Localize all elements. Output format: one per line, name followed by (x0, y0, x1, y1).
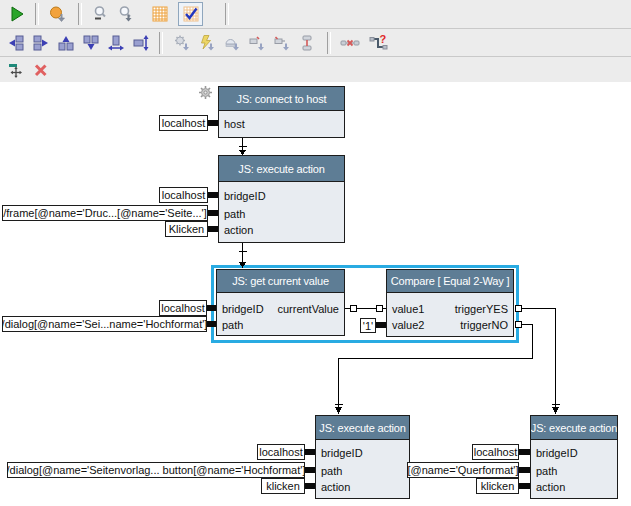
move-crosshair-icon (8, 61, 26, 79)
zoom-out-icon (92, 5, 110, 23)
step-title: Compare [ Equal 2-Way ] (387, 270, 513, 293)
output-pin-label[interactable]: triggerYES (455, 303, 508, 315)
separator (78, 3, 82, 25)
input-pin-label[interactable]: bridgeID (222, 303, 264, 315)
step-title: JS: get current value (217, 270, 344, 293)
delete-button[interactable] (31, 58, 51, 82)
highlight-lamp-button (219, 31, 244, 55)
output-pin-label[interactable]: triggerNO (460, 319, 508, 331)
connect-input-button (244, 31, 269, 55)
vertical-link-icon (298, 34, 316, 52)
remove-connections-button (337, 31, 362, 55)
application-window: { "colors": { "node_header": "#5e7d95", … (0, 0, 631, 506)
lamp-arrow-icon (223, 34, 241, 52)
input-pin-label[interactable]: path (536, 465, 557, 477)
value-box[interactable]: localhost (159, 187, 208, 203)
separator (327, 32, 331, 54)
step-title: JS: execute action (531, 416, 617, 440)
step-connect-to-host[interactable]: JS: connect to host host (218, 86, 345, 138)
align-left-icon (7, 34, 25, 52)
input-pin-label[interactable]: path (321, 465, 342, 477)
grid-toggle-button[interactable] (147, 2, 172, 26)
value-box[interactable]: localhost (472, 444, 519, 460)
value-box[interactable]: klicken (261, 478, 305, 494)
grid-icon (151, 5, 169, 23)
value-box[interactable]: /dialog[@name='Sei...name='Hochformat'] (2, 316, 207, 332)
delete-x-icon (32, 61, 50, 79)
pin-in-arrow-icon (248, 34, 266, 52)
input-pin-label[interactable]: action (224, 224, 253, 236)
input-pin-label[interactable]: bridgeID (224, 190, 266, 202)
vertical-connect-button (294, 31, 319, 55)
step-execute-action-top[interactable]: JS: execute action bridgeID path action (218, 155, 345, 243)
output-pin-label[interactable]: currentValue (277, 303, 339, 315)
remove-breakpoints-button[interactable] (45, 2, 70, 26)
value-box[interactable]: /dialog[@name='Seitenvorlag... button[@n… (7, 462, 305, 478)
input-pin-label[interactable]: host (224, 118, 245, 130)
center-vertical-button[interactable] (128, 31, 153, 55)
input-pin-label[interactable]: value2 (392, 319, 424, 331)
step-get-current-value[interactable]: JS: get current value bridgeID currentVa… (216, 269, 345, 336)
auto-connect-gear-button (169, 31, 194, 55)
align-right-icon (32, 34, 50, 52)
value-box[interactable]: Klicken (165, 221, 208, 237)
step-title: JS: connect to host (219, 87, 344, 111)
lightning-arrow-icon (198, 34, 216, 52)
orange-ball-icon (49, 5, 67, 23)
value-box[interactable]: [@name='Querformat'] (407, 462, 519, 478)
align-bottom-icon (82, 34, 100, 52)
step-compare-equal[interactable]: Compare [ Equal 2-Way ] value1 triggerYE… (386, 269, 514, 337)
center-vertical-icon (132, 34, 150, 52)
grid-check-icon (182, 5, 200, 23)
input-pin-label[interactable]: action (321, 481, 350, 493)
step-execute-action-hochformat[interactable]: JS: execute action bridgeID path action (315, 415, 410, 499)
run-button[interactable] (4, 2, 29, 26)
step-execute-action-querformat[interactable]: JS: execute action bridgeID path action (530, 415, 618, 499)
align-left-button[interactable] (3, 31, 28, 55)
play-icon (8, 5, 26, 23)
input-pin-label[interactable]: value1 (392, 303, 424, 315)
input-pin-label[interactable]: action (536, 481, 565, 493)
quick-connect-button (194, 31, 219, 55)
value-box[interactable]: localhost (159, 115, 208, 131)
center-horizontal-icon (107, 34, 125, 52)
align-right-button[interactable] (28, 31, 53, 55)
center-horizontal-button[interactable] (103, 31, 128, 55)
snap-to-grid-toggle[interactable] (178, 2, 203, 26)
input-pin-label[interactable]: path (224, 208, 245, 220)
value-box[interactable]: /frame[@name='Druc...[@name='Seite...'] (2, 205, 208, 221)
toolbar-row-2: ? (0, 28, 631, 56)
separator (159, 32, 163, 54)
move-mode-button[interactable] (7, 58, 27, 82)
toolbar-row-1 (0, 0, 631, 28)
zoom-in-icon (117, 5, 135, 23)
broken-link-icon (340, 34, 360, 52)
align-top-button[interactable] (53, 31, 78, 55)
value-box[interactable]: localhost (257, 444, 305, 460)
svg-text:?: ? (379, 34, 386, 45)
toolbar-row-3 (0, 56, 631, 82)
input-pin-label[interactable]: bridgeID (536, 447, 578, 459)
separator (225, 3, 229, 25)
value-box[interactable]: klicken (476, 478, 519, 494)
value-box[interactable]: '1' (360, 318, 376, 333)
align-top-icon (57, 34, 75, 52)
zoom-in-button[interactable] (113, 2, 138, 26)
step-title: JS: execute action (316, 416, 409, 440)
step-title: JS: execute action (219, 156, 344, 182)
input-pin-label[interactable]: bridgeID (321, 447, 363, 459)
pin-out-arrow-icon (273, 34, 291, 52)
value-box[interactable]: localhost (159, 300, 207, 316)
gear-icon (198, 85, 213, 100)
separator (35, 3, 39, 25)
align-bottom-button[interactable] (78, 31, 103, 55)
connect-output-button (269, 31, 294, 55)
toolbar: ? (0, 0, 631, 83)
zoom-out-button[interactable] (88, 2, 113, 26)
connector-assistant-button[interactable]: ? (366, 31, 391, 55)
gear-arrow-icon (173, 34, 191, 52)
input-pin-label[interactable]: path (222, 319, 243, 331)
connector-question-icon: ? (369, 34, 389, 52)
